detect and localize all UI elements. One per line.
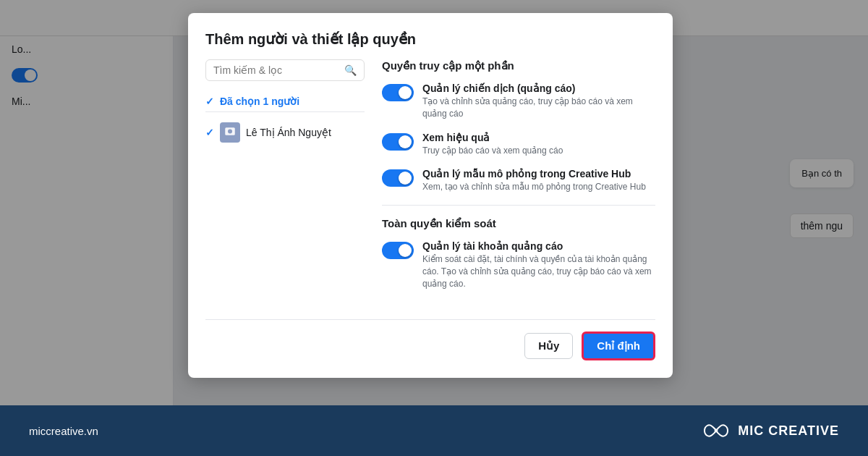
confirm-button[interactable]: Chỉ định [582, 332, 655, 360]
perm-label-3: Quản lý mẫu mô phỏng trong Creative Hub [422, 168, 646, 180]
toggle-thumb-4 [399, 244, 412, 257]
toggle-thumb-1 [399, 86, 412, 99]
dialog-body: 🔍 ✓ Đã chọn 1 người ✓ Lê Thị Ánh Nguyệt … [205, 59, 655, 302]
toggle-performance[interactable] [382, 133, 414, 151]
selected-count-row: ✓ Đã chọn 1 người [205, 91, 365, 112]
dialog-title: Thêm người và thiết lập quyền [205, 30, 655, 48]
footer-brand-text: MIC CREATIVE [738, 423, 839, 439]
toggle-ad-account[interactable] [382, 242, 414, 259]
perm-text-3: Quản lý mẫu mô phỏng trong Creative Hub … [422, 168, 646, 193]
svg-point-2 [715, 429, 718, 433]
dialog-add-person: Thêm người và thiết lập quyền 🔍 ✓ Đã chọ… [188, 13, 673, 378]
perm-label-2: Xem hiệu quả [422, 132, 563, 143]
cancel-button[interactable]: Hủy [524, 333, 573, 359]
permission-item-2: Xem hiệu quả Truy cập báo cáo và xem quả… [382, 132, 655, 157]
perm-text-2: Xem hiệu quả Truy cập báo cáo và xem quả… [422, 132, 563, 157]
perm-label-1: Quản lý chiến dịch (quảng cáo) [422, 83, 655, 94]
permission-item-3: Quản lý mẫu mô phỏng trong Creative Hub … [382, 168, 655, 193]
partial-access-title: Quyền truy cập một phần [382, 59, 655, 72]
section-divider [382, 205, 655, 206]
toggle-track-3 [382, 169, 414, 187]
perm-desc-1: Tạo và chỉnh sửa quảng cáo, truy cập báo… [422, 96, 655, 120]
toggle-track-2 [382, 133, 414, 151]
full-access-title: Toàn quyền kiểm soát [382, 217, 655, 230]
toggle-thumb-3 [399, 172, 412, 185]
selected-count-label: Đã chọn 1 người [220, 96, 299, 107]
brand-logo-icon [702, 421, 731, 441]
dialog-footer: Hủy Chỉ định [205, 319, 655, 360]
search-box[interactable]: 🔍 [205, 59, 365, 81]
person-name: Lê Thị Ánh Nguyệt [246, 127, 331, 138]
perm-text-4: Quản lý tài khoản quảng cáo Kiểm soát cà… [422, 240, 655, 290]
perm-desc-2: Truy cập báo cáo và xem quảng cáo [422, 145, 563, 157]
permission-item-4: Quản lý tài khoản quảng cáo Kiểm soát cà… [382, 240, 655, 290]
footer-domain: miccreative.vn [29, 425, 98, 437]
toggle-creative-hub[interactable] [382, 169, 414, 187]
search-icon: 🔍 [344, 64, 357, 76]
right-panel: Quyền truy cập một phần Quản lý chiến dị… [382, 59, 655, 302]
perm-text-1: Quản lý chiến dịch (quảng cáo) Tạo và ch… [422, 83, 655, 120]
permission-item-1: Quản lý chiến dịch (quảng cáo) Tạo và ch… [382, 83, 655, 120]
perm-label-4: Quản lý tài khoản quảng cáo [422, 240, 655, 252]
toggle-thumb-2 [399, 135, 412, 148]
check-icon: ✓ [205, 96, 214, 107]
search-input[interactable] [213, 64, 344, 76]
footer-brand: MIC CREATIVE [702, 421, 839, 441]
person-check-icon: ✓ [205, 127, 214, 138]
person-item[interactable]: ✓ Lê Thị Ánh Nguyệt [205, 118, 365, 147]
perm-desc-3: Xem, tạo và chỉnh sửa mẫu mô phỏng trong… [422, 181, 646, 193]
person-avatar [220, 122, 240, 143]
toggle-track-1 [382, 84, 414, 101]
svg-point-1 [228, 130, 232, 134]
toggle-campaign[interactable] [382, 84, 414, 101]
page-footer: miccreative.vn MIC CREATIVE [0, 405, 868, 456]
toggle-track-4 [382, 242, 414, 259]
left-panel: 🔍 ✓ Đã chọn 1 người ✓ Lê Thị Ánh Nguyệt [205, 59, 365, 302]
perm-desc-4: Kiểm soát cài đặt, tài chính và quyền củ… [422, 253, 655, 290]
